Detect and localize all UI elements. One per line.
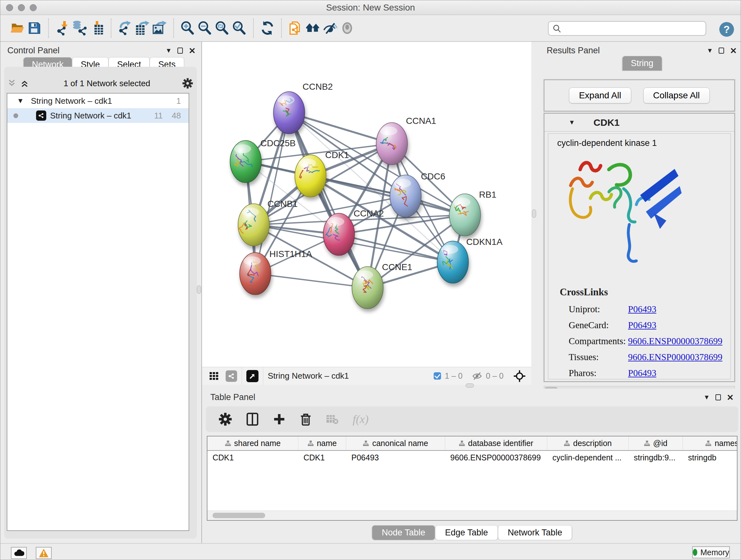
crosslink-link[interactable]: P06493	[628, 320, 657, 330]
hide-eye-button[interactable]	[321, 19, 339, 37]
entry-description: cyclin-dependent kinase 1	[548, 134, 731, 148]
panel-menu-icon[interactable]: ▼	[703, 394, 710, 401]
left-splitter-handle[interactable]	[197, 286, 201, 294]
export-image-button[interactable]	[151, 19, 168, 37]
network-options-gear-icon[interactable]	[182, 78, 193, 89]
panel-close-icon[interactable]: ✕	[189, 47, 196, 55]
network-share-icon[interactable]	[226, 370, 237, 382]
tab-node-table[interactable]: Node Table	[372, 525, 435, 540]
export-network-button[interactable]	[117, 19, 134, 37]
show-columns-icon[interactable]	[246, 413, 259, 426]
right-splitter-handle[interactable]	[532, 209, 536, 218]
collapse-all-button[interactable]: Collapse All	[643, 87, 710, 104]
column-header-namespace[interactable]: namespace	[683, 436, 738, 450]
expand-all-button[interactable]: Expand All	[569, 87, 631, 104]
graph-node-CCNE1[interactable]	[352, 266, 383, 309]
search-field-wrap	[548, 21, 706, 36]
network-collection-row[interactable]: ▼ String Network – cdk1 1	[7, 94, 189, 108]
panel-menu-icon[interactable]: ▼	[706, 47, 713, 54]
network-selection-status: 1 of 1 Network selected	[31, 78, 182, 88]
zoom-in-button[interactable]	[179, 19, 196, 37]
network-graph[interactable]: CCNB2CCNA1CDC25BCDK1CDC6RB1CCNB1CCNA2CDK…	[202, 42, 531, 367]
graph-node-CCNA2[interactable]	[323, 213, 354, 255]
crosslink-link[interactable]: 9606.ENSP00000378699	[628, 336, 723, 347]
memory-button[interactable]: Memory	[692, 546, 730, 558]
crosslink-link[interactable]: P06493	[628, 368, 657, 378]
panel-menu-icon[interactable]: ▼	[165, 47, 172, 54]
delete-table-icon	[326, 414, 339, 425]
minimize-window-icon[interactable]	[18, 4, 25, 11]
panel-float-icon[interactable]	[719, 48, 724, 54]
open-in-new-window-icon[interactable]	[246, 370, 259, 382]
column-header-description[interactable]: description	[547, 436, 629, 450]
warning-icon	[39, 548, 49, 558]
open-folder-button[interactable]	[9, 19, 26, 37]
graph-node-CDK1[interactable]	[295, 155, 326, 197]
panel-float-icon[interactable]	[178, 48, 183, 54]
column-header-@id[interactable]: @id	[629, 436, 683, 450]
selected-checkbox-icon[interactable]	[434, 372, 441, 380]
warning-status-button[interactable]	[36, 547, 52, 559]
collection-expander-icon[interactable]: ▼	[17, 97, 24, 105]
zoom-selected-button[interactable]	[231, 19, 248, 37]
graph-node-RB1[interactable]	[449, 194, 481, 236]
crosslink-link[interactable]: P06493	[628, 304, 657, 314]
column-header-canonical-name[interactable]: canonical name	[346, 436, 445, 450]
import-table-button[interactable]	[88, 19, 106, 37]
hidden-eye-icon	[472, 371, 482, 381]
zoom-fit-button[interactable]	[213, 19, 231, 37]
column-header-name[interactable]: name	[298, 436, 346, 450]
network-overview-button[interactable]	[304, 19, 321, 37]
crosslink-link[interactable]: 9606.ENSP00000378699	[628, 352, 723, 362]
crosslink-row: Compartments:9606.ENSP00000378699	[569, 333, 727, 349]
export-table-icon	[135, 20, 150, 36]
graph-node-label-CCNB1: CCNB1	[267, 199, 298, 209]
import-network-icon	[55, 20, 70, 36]
maximize-window-icon[interactable]	[30, 4, 37, 11]
table-row[interactable]: CDK1CDK1P064939606.ENSP00000378699cyclin…	[207, 451, 737, 464]
selected-count: 1 – 0	[445, 371, 463, 381]
create-column-plus-icon[interactable]	[273, 413, 286, 426]
import-network-button[interactable]	[54, 19, 71, 37]
delete-column-trash-icon[interactable]	[300, 413, 312, 426]
graph-node-CCNA1[interactable]	[376, 123, 408, 165]
export-table-button[interactable]	[134, 19, 151, 37]
column-header-shared-name[interactable]: shared name	[207, 436, 298, 450]
graph-node-CCNB1[interactable]	[238, 204, 269, 246]
fit-selected-crosshair-icon[interactable]	[513, 369, 526, 383]
refresh-button[interactable]	[259, 19, 276, 37]
column-header-database-identifier[interactable]: database identifier	[445, 436, 547, 450]
expand-all-icon[interactable]	[21, 79, 31, 88]
graph-node-HIST1H1A[interactable]	[240, 253, 271, 295]
import-database-button[interactable]	[71, 19, 88, 37]
node-table[interactable]: shared namenamecanonical namedatabase id…	[207, 436, 738, 521]
graph-node-CCNB2[interactable]	[273, 91, 305, 134]
string-document-button[interactable]	[287, 19, 304, 37]
collapse-all-icon[interactable]	[8, 79, 19, 88]
panel-float-icon[interactable]	[716, 394, 721, 400]
tab-string[interactable]: String	[622, 56, 662, 71]
graph-node-CDC25B[interactable]	[230, 140, 261, 183]
window-controls[interactable]	[6, 4, 37, 11]
entry-expander-icon[interactable]: ▼	[569, 119, 575, 126]
zoom-out-button[interactable]	[196, 19, 213, 37]
close-window-icon[interactable]	[6, 4, 13, 11]
eye-button[interactable]	[339, 19, 356, 37]
save-button[interactable]	[26, 19, 43, 37]
cloud-status-button[interactable]	[11, 547, 27, 559]
panel-close-icon[interactable]: ✕	[727, 393, 734, 401]
graph-node-CDKN1A[interactable]	[437, 241, 468, 283]
table-options-gear-icon[interactable]	[219, 413, 232, 426]
tab-edge-table[interactable]: Edge Table	[435, 525, 498, 540]
tab-network-table[interactable]: Network Table	[498, 525, 572, 540]
panel-close-icon[interactable]: ✕	[730, 47, 737, 55]
result-entry-header[interactable]: ▼ CDK1	[544, 114, 734, 132]
search-input[interactable]	[548, 21, 706, 36]
network-row[interactable]: String Network – cdk1 11 48	[7, 108, 189, 123]
help-button[interactable]: ?	[719, 22, 734, 37]
graph-node-CDC6[interactable]	[390, 175, 421, 217]
bottom-splitter-handle[interactable]	[466, 383, 474, 388]
table-horizontal-scrollbar[interactable]	[207, 510, 737, 520]
network-view-canvas[interactable]: CCNB2CCNA1CDC25BCDK1CDC6RB1CCNB1CCNA2CDK…	[202, 42, 531, 385]
birds-eye-grid-icon[interactable]	[209, 370, 220, 382]
